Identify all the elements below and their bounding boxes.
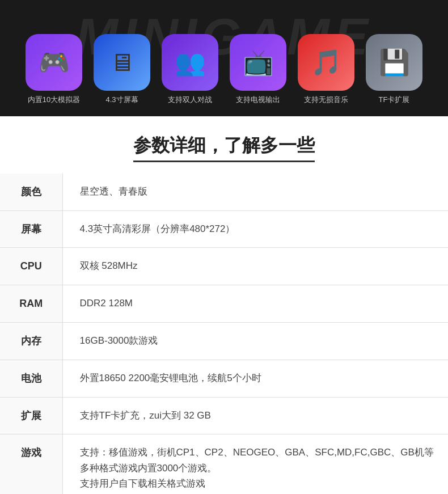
spec-row-0: 颜色星空透、青春版 [0,174,448,210]
spec-label-0: 颜色 [0,174,62,210]
icon-item-emulator-icon: 🎮内置10大模拟器 [20,34,88,105]
specs-table: 颜色星空透、青春版屏幕4.3英寸高清彩屏（分辨率480*272）CPU双核 52… [0,174,448,494]
spec-label-7: 游戏 [0,434,62,494]
spec-label-5: 电池 [0,360,62,397]
spec-row-4: 内存16GB-3000款游戏 [0,323,448,360]
spec-value-6: 支持TF卡扩充，zui大到 32 GB [62,397,448,434]
icon-item-music-icon: 🎵支持无损音乐 [292,34,360,105]
icon-label-multiplayer-icon: 支持双人对战 [168,95,212,105]
spec-row-2: CPU双核 528MHz [0,248,448,285]
spec-value-7: 支持：移值游戏，街机CP1、CP2、NEOGEO、GBA、SFC,MD,FC,G… [62,434,448,494]
multiplayer-icon: 👥 [162,34,218,91]
spec-row-6: 扩展支持TF卡扩充，zui大到 32 GB [0,397,448,434]
spec-label-2: CPU [0,248,62,285]
section-title: 参数详细，了解多一些 [133,133,315,162]
icon-item-tv-icon: 📺支持电视输出 [224,34,292,105]
icon-label-tv-icon: 支持电视输出 [236,95,280,105]
icon-label-screen-icon: 4.3寸屏幕 [105,95,138,105]
spec-value-5: 外置18650 2200毫安锂电池，续航5个小时 [62,360,448,397]
tf-icon: 💾 [366,34,422,91]
spec-row-7: 游戏支持：移值游戏，街机CP1、CP2、NEOGEO、GBA、SFC,MD,FC… [0,434,448,494]
music-icon: 🎵 [298,34,354,91]
spec-value-1: 4.3英寸高清彩屏（分辨率480*272） [62,210,448,248]
spec-value-3: DDR2 128M [62,285,448,323]
spec-value-0: 星空透、青春版 [62,174,448,210]
icon-item-tf-icon: 💾TF卡扩展 [360,34,428,105]
spec-row-5: 电池外置18650 2200毫安锂电池，续航5个小时 [0,360,448,397]
icon-item-multiplayer-icon: 👥支持双人对战 [156,34,224,105]
spec-value-4: 16GB-3000款游戏 [62,323,448,360]
spec-label-4: 内存 [0,323,62,360]
spec-label-3: RAM [0,285,62,323]
spec-value-2: 双核 528MHz [62,248,448,285]
icon-label-emulator-icon: 内置10大模拟器 [28,95,80,105]
emulator-icon: 🎮 [26,34,82,91]
tv-icon: 📺 [230,34,286,91]
screen-icon: 🖥 [94,34,150,91]
icon-label-music-icon: 支持无损音乐 [304,95,348,105]
icon-label-tf-icon: TF卡扩展 [379,95,410,105]
spec-label-1: 屏幕 [0,210,62,248]
section-title-area: 参数详细，了解多一些 [0,116,448,174]
spec-row-1: 屏幕4.3英寸高清彩屏（分辨率480*272） [0,210,448,248]
icon-item-screen-icon: 🖥4.3寸屏幕 [88,34,156,105]
spec-label-6: 扩展 [0,397,62,434]
icons-row: 🎮内置10大模拟器🖥4.3寸屏幕👥支持双人对战📺支持电视输出🎵支持无损音乐💾TF… [0,34,448,116]
spec-row-3: RAMDDR2 128M [0,285,448,323]
